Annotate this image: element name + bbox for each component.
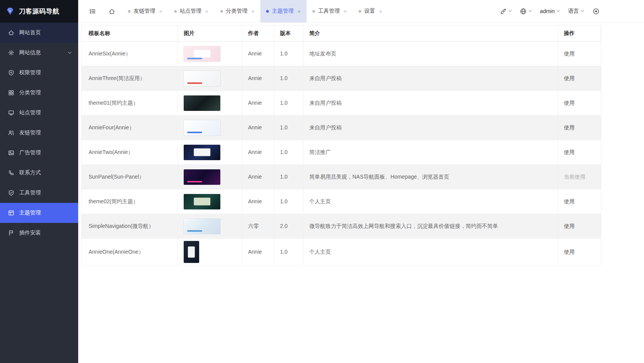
action-cell: 使用 bbox=[558, 189, 601, 214]
use-button[interactable]: 使用 bbox=[564, 124, 575, 131]
author-cell: Annie bbox=[242, 42, 274, 66]
sidebar-item-label: 权限管理 bbox=[19, 69, 41, 76]
sidebar-item-label: 联系方式 bbox=[19, 169, 41, 176]
tab-sites[interactable]: 站点管理 × bbox=[168, 0, 215, 22]
template-name-cell: SunPanel(Sun-Panel） bbox=[82, 165, 178, 189]
action-cell: 使用 bbox=[558, 239, 601, 265]
sidebar-item-themes[interactable]: 主题管理 bbox=[0, 203, 78, 223]
brand-logo: 刀客源码导航 bbox=[0, 0, 78, 23]
sidebar-item-plugins[interactable]: 插件安装 bbox=[0, 223, 78, 243]
tab-close-icon[interactable]: × bbox=[344, 8, 347, 14]
template-thumbnail[interactable] bbox=[184, 219, 220, 234]
use-button[interactable]: 使用 bbox=[564, 74, 575, 82]
template-name-cell: AnnieFour(Annie） bbox=[82, 115, 178, 140]
author-cell: Annie bbox=[242, 66, 274, 90]
tab-close-icon[interactable]: × bbox=[205, 8, 209, 14]
tab-close-icon[interactable]: × bbox=[252, 8, 255, 14]
tab-tools[interactable]: 工具管理 × bbox=[307, 0, 353, 22]
template-thumbnail[interactable] bbox=[184, 194, 220, 209]
sidebar-item-label: 分类管理 bbox=[19, 89, 41, 96]
tab-themes[interactable]: 主题管理 × bbox=[260, 0, 307, 22]
sidebar-item-contact[interactable]: 联系方式 bbox=[0, 163, 78, 183]
template-image-cell bbox=[178, 239, 242, 265]
template-image-cell bbox=[178, 189, 242, 214]
topbar-actions: admin 语言 bbox=[498, 5, 644, 18]
use-button[interactable]: 使用 bbox=[564, 50, 575, 57]
sidebar-item-categories[interactable]: 分类管理 bbox=[0, 83, 78, 103]
description-cell: 个人主页 bbox=[304, 239, 558, 265]
version-cell: 1.0 bbox=[274, 42, 304, 66]
version-cell: 1.0 bbox=[274, 239, 304, 265]
action-cell: 使用 bbox=[558, 66, 601, 90]
description-cell: 简单易用且美观，NAS导航面板、Homepage、浏览器首页 bbox=[304, 165, 558, 189]
content-area: 模板名称图片作者版本简介操作 AnnieSix(Annie） Annie 1.0… bbox=[78, 23, 644, 363]
tab-bar: 友链管理 × 站点管理 × 分类管理 × 主题管理 × bbox=[122, 0, 388, 22]
table-header-cell: 图片 bbox=[178, 25, 242, 41]
use-button[interactable]: 使用 bbox=[564, 222, 575, 230]
help-circle-icon[interactable] bbox=[590, 5, 602, 18]
globe-icon bbox=[520, 8, 527, 15]
template-thumbnail[interactable] bbox=[184, 241, 199, 263]
template-thumbnail[interactable] bbox=[184, 145, 220, 160]
brand-name: 刀客源码导航 bbox=[19, 7, 59, 16]
language-dropdown[interactable]: 语言 bbox=[566, 8, 587, 15]
chevron-down-icon bbox=[581, 10, 584, 12]
use-button[interactable]: 使用 bbox=[564, 99, 575, 107]
tab-close-icon[interactable]: × bbox=[297, 8, 301, 14]
template-image-cell bbox=[178, 140, 242, 164]
gem-logo-icon bbox=[5, 6, 15, 17]
description-cell: 地址发布页 bbox=[304, 42, 558, 66]
template-thumbnail[interactable] bbox=[184, 71, 220, 86]
gear-icon bbox=[8, 50, 14, 56]
table-row: theme02(简约主题） Annie 1.0 个人主页 使用 bbox=[82, 189, 601, 214]
author-cell: Annie bbox=[242, 115, 274, 140]
tab-label: 设置 bbox=[364, 8, 375, 15]
action-cell: 使用 bbox=[558, 140, 601, 164]
template-thumbnail[interactable] bbox=[184, 120, 220, 135]
sidebar-item-permissions[interactable]: 权限管理 bbox=[0, 63, 78, 83]
table-row: AnnieOne(AnnieOne） Annie 1.0 个人主页 使用 bbox=[82, 239, 601, 266]
language-label: 语言 bbox=[568, 8, 579, 15]
sidebar-item-site-info[interactable]: 网站信息 bbox=[0, 43, 78, 63]
use-button: 当前使用 bbox=[564, 173, 585, 181]
template-name-cell: AnnieTwo(Annie） bbox=[82, 140, 178, 164]
flag-icon bbox=[8, 230, 14, 236]
version-cell: 1.0 bbox=[274, 115, 304, 140]
tab-status-dot bbox=[312, 10, 315, 13]
sidebar-item-ads[interactable]: 广告管理 bbox=[0, 143, 78, 163]
theme-skin-dropdown[interactable] bbox=[498, 8, 514, 15]
table-header-cell: 版本 bbox=[274, 25, 304, 41]
table-row: theme01(简约主题） Annie 1.0 来自用户投稿 使用 bbox=[82, 91, 601, 115]
tab-close-icon[interactable]: × bbox=[379, 8, 382, 14]
description-cell: 个人主页 bbox=[304, 189, 558, 214]
tab-status-dot bbox=[220, 10, 223, 13]
template-thumbnail[interactable] bbox=[184, 95, 220, 111]
sidebar-item-home[interactable]: 网站首页 bbox=[0, 23, 78, 43]
sidebar-item-sites[interactable]: 站点管理 bbox=[0, 103, 78, 123]
grid-icon bbox=[8, 90, 14, 96]
use-button[interactable]: 使用 bbox=[564, 197, 575, 205]
table-header-cell: 模板名称 bbox=[82, 25, 178, 41]
home-icon[interactable] bbox=[106, 5, 117, 18]
tab-friend-links[interactable]: 友链管理 × bbox=[122, 0, 168, 22]
sidebar-item-tools[interactable]: 工具管理 bbox=[0, 183, 78, 203]
template-thumbnail[interactable] bbox=[184, 46, 220, 62]
use-button[interactable]: 使用 bbox=[564, 148, 575, 156]
tab-categories[interactable]: 分类管理 × bbox=[215, 0, 261, 22]
table-row: AnnieSix(Annie） Annie 1.0 地址发布页 使用 bbox=[82, 42, 601, 66]
phone-icon bbox=[8, 170, 14, 176]
use-button[interactable]: 使用 bbox=[564, 248, 575, 256]
table-header-cell: 操作 bbox=[558, 25, 601, 41]
template-thumbnail[interactable] bbox=[184, 169, 220, 185]
chevron-down-icon bbox=[528, 10, 532, 12]
template-image-cell bbox=[178, 214, 242, 238]
tab-close-icon[interactable]: × bbox=[159, 8, 163, 14]
template-name-cell: AnnieOne(AnnieOne） bbox=[82, 239, 178, 265]
globe-dropdown[interactable] bbox=[518, 8, 534, 15]
sidebar-item-friend-links[interactable]: 友链管理 bbox=[0, 123, 78, 143]
user-dropdown[interactable]: admin bbox=[538, 8, 562, 14]
main-area: 友链管理 × 站点管理 × 分类管理 × 主题管理 × bbox=[78, 0, 644, 363]
tab-settings[interactable]: 设置 × bbox=[353, 0, 388, 22]
collapse-menu-icon[interactable] bbox=[87, 5, 98, 18]
tab-label: 友链管理 bbox=[134, 8, 155, 15]
